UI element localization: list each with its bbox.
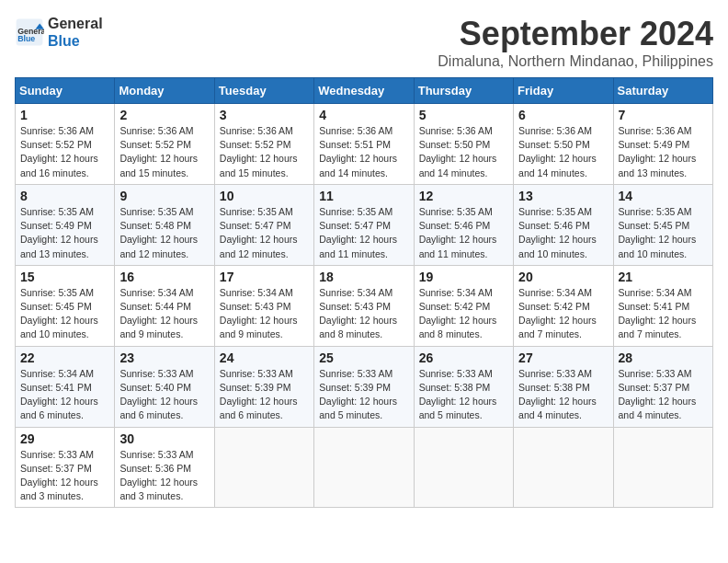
day-info: Sunrise: 5:35 AMSunset: 5:48 PMDaylight:… bbox=[119, 205, 209, 261]
day-info: Sunrise: 5:34 AMSunset: 5:42 PMDaylight:… bbox=[419, 286, 508, 342]
day-info: Sunrise: 5:34 AMSunset: 5:42 PMDaylight:… bbox=[518, 286, 608, 342]
logo-icon: General Blue bbox=[15, 17, 44, 47]
calendar-cell: 7Sunrise: 5:36 AMSunset: 5:49 PMDaylight… bbox=[613, 104, 712, 185]
day-info: Sunrise: 5:36 AMSunset: 5:49 PMDaylight:… bbox=[619, 124, 708, 180]
calendar-cell: 19Sunrise: 5:34 AMSunset: 5:42 PMDayligh… bbox=[414, 265, 513, 346]
col-wednesday: Wednesday bbox=[314, 78, 414, 104]
day-info: Sunrise: 5:36 AMSunset: 5:50 PMDaylight:… bbox=[419, 124, 508, 180]
day-info: Sunrise: 5:33 AMSunset: 5:37 PMDaylight:… bbox=[20, 448, 109, 504]
day-number: 3 bbox=[220, 108, 309, 122]
day-number: 21 bbox=[619, 270, 708, 284]
day-info: Sunrise: 5:35 AMSunset: 5:49 PMDaylight:… bbox=[20, 205, 109, 261]
day-info: Sunrise: 5:33 AMSunset: 5:38 PMDaylight:… bbox=[419, 367, 508, 423]
location-subtitle: Dimaluna, Northern Mindanao, Philippines bbox=[438, 53, 713, 70]
day-number: 14 bbox=[619, 189, 708, 203]
col-thursday: Thursday bbox=[414, 78, 513, 104]
day-number: 9 bbox=[119, 189, 209, 203]
day-number: 17 bbox=[220, 270, 309, 284]
day-number: 10 bbox=[220, 189, 309, 203]
calendar-row-3: 15Sunrise: 5:35 AMSunset: 5:45 PMDayligh… bbox=[16, 265, 713, 346]
day-number: 8 bbox=[20, 189, 109, 203]
day-info: Sunrise: 5:34 AMSunset: 5:43 PMDaylight:… bbox=[319, 286, 408, 342]
day-number: 2 bbox=[119, 108, 209, 122]
calendar-cell: 23Sunrise: 5:33 AMSunset: 5:40 PMDayligh… bbox=[115, 346, 214, 427]
day-info: Sunrise: 5:35 AMSunset: 5:46 PMDaylight:… bbox=[518, 205, 608, 261]
calendar-cell: 2Sunrise: 5:36 AMSunset: 5:52 PMDaylight… bbox=[115, 104, 214, 185]
calendar-cell bbox=[314, 427, 414, 508]
day-number: 22 bbox=[20, 350, 109, 365]
day-number: 29 bbox=[20, 431, 109, 446]
calendar-cell: 6Sunrise: 5:36 AMSunset: 5:50 PMDaylight… bbox=[514, 104, 613, 185]
calendar-row-1: 1Sunrise: 5:36 AMSunset: 5:52 PMDaylight… bbox=[16, 104, 713, 185]
calendar-cell: 14Sunrise: 5:35 AMSunset: 5:45 PMDayligh… bbox=[613, 184, 712, 265]
day-info: Sunrise: 5:34 AMSunset: 5:44 PMDaylight:… bbox=[119, 286, 209, 342]
calendar-cell bbox=[514, 427, 613, 508]
calendar-cell bbox=[214, 427, 313, 508]
calendar-cell: 18Sunrise: 5:34 AMSunset: 5:43 PMDayligh… bbox=[314, 265, 414, 346]
logo-text-line1: General bbox=[48, 15, 103, 32]
day-number: 11 bbox=[319, 189, 408, 203]
calendar-cell: 26Sunrise: 5:33 AMSunset: 5:38 PMDayligh… bbox=[414, 346, 513, 427]
day-info: Sunrise: 5:35 AMSunset: 5:47 PMDaylight:… bbox=[319, 205, 408, 261]
day-info: Sunrise: 5:34 AMSunset: 5:43 PMDaylight:… bbox=[220, 286, 309, 342]
day-info: Sunrise: 5:35 AMSunset: 5:47 PMDaylight:… bbox=[220, 205, 309, 261]
day-number: 13 bbox=[518, 189, 608, 203]
calendar-cell: 12Sunrise: 5:35 AMSunset: 5:46 PMDayligh… bbox=[414, 184, 513, 265]
calendar-cell: 5Sunrise: 5:36 AMSunset: 5:50 PMDaylight… bbox=[414, 104, 513, 185]
day-info: Sunrise: 5:33 AMSunset: 5:36 PMDaylight:… bbox=[119, 448, 209, 504]
calendar-cell: 13Sunrise: 5:35 AMSunset: 5:46 PMDayligh… bbox=[514, 184, 613, 265]
day-number: 5 bbox=[419, 108, 508, 122]
day-number: 16 bbox=[119, 270, 209, 284]
day-info: Sunrise: 5:36 AMSunset: 5:50 PMDaylight:… bbox=[518, 124, 608, 180]
svg-text:Blue: Blue bbox=[17, 35, 35, 44]
col-tuesday: Tuesday bbox=[214, 78, 313, 104]
calendar-cell: 24Sunrise: 5:33 AMSunset: 5:39 PMDayligh… bbox=[214, 346, 313, 427]
day-number: 7 bbox=[619, 108, 708, 122]
calendar-cell: 9Sunrise: 5:35 AMSunset: 5:48 PMDaylight… bbox=[115, 184, 214, 265]
day-number: 15 bbox=[20, 270, 109, 284]
day-number: 4 bbox=[319, 108, 408, 122]
col-friday: Friday bbox=[514, 78, 613, 104]
day-info: Sunrise: 5:33 AMSunset: 5:39 PMDaylight:… bbox=[319, 367, 408, 423]
calendar-cell: 30Sunrise: 5:33 AMSunset: 5:36 PMDayligh… bbox=[115, 427, 214, 508]
day-info: Sunrise: 5:35 AMSunset: 5:45 PMDaylight:… bbox=[20, 286, 109, 342]
day-number: 18 bbox=[319, 270, 408, 284]
calendar-cell: 20Sunrise: 5:34 AMSunset: 5:42 PMDayligh… bbox=[514, 265, 613, 346]
page-header: General Blue General Blue September 2024… bbox=[15, 15, 713, 70]
calendar-row-5: 29Sunrise: 5:33 AMSunset: 5:37 PMDayligh… bbox=[16, 427, 713, 508]
day-number: 19 bbox=[419, 270, 508, 284]
calendar-cell: 11Sunrise: 5:35 AMSunset: 5:47 PMDayligh… bbox=[314, 184, 414, 265]
logo: General Blue General Blue bbox=[15, 15, 103, 50]
calendar-cell: 8Sunrise: 5:35 AMSunset: 5:49 PMDaylight… bbox=[16, 184, 115, 265]
calendar-cell: 25Sunrise: 5:33 AMSunset: 5:39 PMDayligh… bbox=[314, 346, 414, 427]
calendar-cell bbox=[613, 427, 712, 508]
month-title: September 2024 bbox=[438, 15, 713, 53]
day-info: Sunrise: 5:33 AMSunset: 5:39 PMDaylight:… bbox=[220, 367, 309, 423]
calendar-cell: 1Sunrise: 5:36 AMSunset: 5:52 PMDaylight… bbox=[16, 104, 115, 185]
col-saturday: Saturday bbox=[613, 78, 712, 104]
day-number: 27 bbox=[518, 350, 608, 365]
calendar-cell: 10Sunrise: 5:35 AMSunset: 5:47 PMDayligh… bbox=[214, 184, 313, 265]
day-number: 24 bbox=[220, 350, 309, 365]
calendar-cell: 22Sunrise: 5:34 AMSunset: 5:41 PMDayligh… bbox=[16, 346, 115, 427]
calendar-cell: 21Sunrise: 5:34 AMSunset: 5:41 PMDayligh… bbox=[613, 265, 712, 346]
day-info: Sunrise: 5:34 AMSunset: 5:41 PMDaylight:… bbox=[20, 367, 109, 423]
day-number: 1 bbox=[20, 108, 109, 122]
calendar-cell: 16Sunrise: 5:34 AMSunset: 5:44 PMDayligh… bbox=[115, 265, 214, 346]
day-number: 28 bbox=[619, 350, 708, 365]
day-number: 20 bbox=[518, 270, 608, 284]
calendar-row-4: 22Sunrise: 5:34 AMSunset: 5:41 PMDayligh… bbox=[16, 346, 713, 427]
day-number: 6 bbox=[518, 108, 608, 122]
day-number: 23 bbox=[119, 350, 209, 365]
calendar-cell: 3Sunrise: 5:36 AMSunset: 5:52 PMDaylight… bbox=[214, 104, 313, 185]
calendar-cell: 4Sunrise: 5:36 AMSunset: 5:51 PMDaylight… bbox=[314, 104, 414, 185]
day-number: 25 bbox=[319, 350, 408, 365]
calendar-table: Sunday Monday Tuesday Wednesday Thursday… bbox=[15, 77, 713, 508]
col-sunday: Sunday bbox=[16, 78, 115, 104]
calendar-cell bbox=[414, 427, 513, 508]
day-info: Sunrise: 5:36 AMSunset: 5:52 PMDaylight:… bbox=[119, 124, 209, 180]
day-number: 26 bbox=[419, 350, 508, 365]
day-number: 12 bbox=[419, 189, 508, 203]
day-number: 30 bbox=[119, 431, 209, 446]
day-info: Sunrise: 5:33 AMSunset: 5:37 PMDaylight:… bbox=[619, 367, 708, 423]
